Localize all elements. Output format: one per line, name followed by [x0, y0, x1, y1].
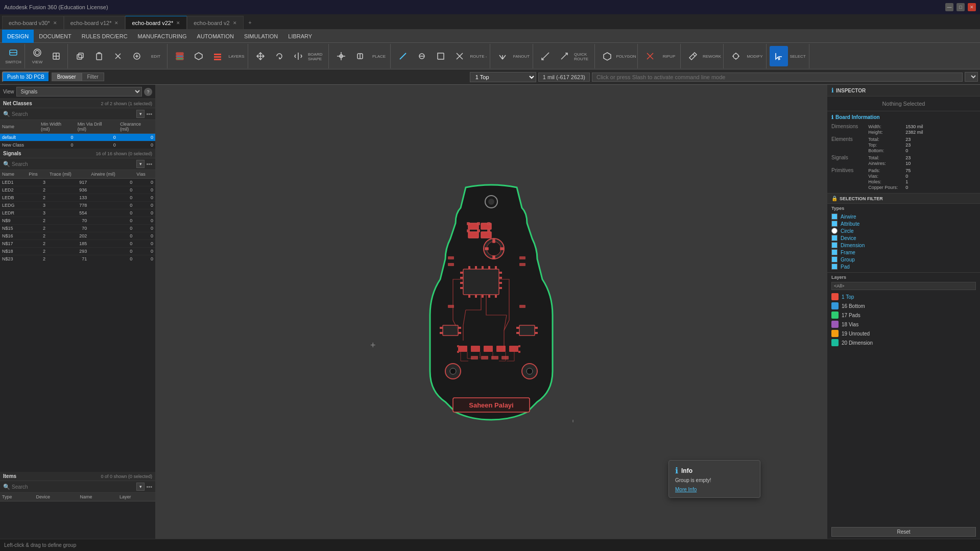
ripup-btn1[interactable]: [641, 46, 659, 66]
table-row[interactable]: LEDG 3 778 0 0: [0, 202, 155, 209]
tab-echo-v22[interactable]: echo-board v22* ✕: [125, 16, 187, 29]
signals-dropdown[interactable]: ▾: [136, 160, 145, 168]
table-row[interactable]: LED2 2 936 0 0: [0, 186, 155, 194]
type-item[interactable]: Device: [831, 234, 976, 242]
layers-btn3[interactable]: [208, 46, 227, 66]
net-classes-search-input[interactable]: [12, 111, 135, 117]
route-btn2[interactable]: [413, 46, 431, 66]
browser-tab[interactable]: Browser: [52, 73, 82, 81]
tab-close-icon[interactable]: ✕: [114, 20, 118, 26]
signals-more-button[interactable]: •••: [146, 161, 152, 167]
view-button[interactable]: VIEW: [28, 46, 46, 66]
select-btn1[interactable]: [770, 46, 788, 66]
menu-document[interactable]: DOCUMENT: [34, 30, 77, 43]
menu-rules[interactable]: RULES DRC/ERC: [77, 30, 133, 43]
svg-rect-59: [460, 277, 463, 279]
signals-search-input[interactable]: [12, 161, 135, 167]
command-line-input[interactable]: [592, 73, 963, 82]
tab-close-icon[interactable]: ✕: [53, 20, 57, 26]
filter-tab[interactable]: Filter: [82, 73, 104, 81]
layer-selector[interactable]: 1 Top 2 Bottom 16 Bottom 17 Pads: [470, 72, 536, 82]
type-checkbox: [831, 249, 838, 255]
quickroute-btn2[interactable]: [555, 46, 573, 66]
more-info-link[interactable]: More Info: [675, 487, 697, 492]
layers-btn1[interactable]: [171, 46, 189, 66]
table-row[interactable]: LEDB 2 133 0 0: [0, 194, 155, 202]
view-btn2[interactable]: [47, 46, 65, 66]
menu-automation[interactable]: AUTOMATION: [192, 30, 239, 43]
signals-table-scroll: Name Pins Trace (mil) Airwire (mil) Vias…: [0, 170, 155, 262]
items-search-input[interactable]: [12, 484, 135, 490]
table-row[interactable]: N$18 2 293 0 0: [0, 248, 155, 255]
rework-btn1[interactable]: [684, 46, 702, 66]
toolbar-layers-group: LAYERS: [169, 44, 248, 68]
place-btn2[interactable]: [351, 46, 369, 66]
type-item[interactable]: Frame: [831, 249, 976, 256]
command-dropdown[interactable]: [965, 72, 978, 82]
paste-button[interactable]: [90, 46, 108, 66]
table-row[interactable]: N$9 2 70 0 0: [0, 217, 155, 225]
table-row[interactable]: N$23 2 71 0 0: [0, 255, 155, 262]
switch-button[interactable]: SWITCH: [4, 46, 22, 66]
route-btn4[interactable]: [450, 46, 469, 66]
menu-design[interactable]: DESIGN: [2, 30, 34, 43]
layer-item[interactable]: 1 Top: [831, 292, 976, 301]
fanout-btn1[interactable]: [493, 46, 512, 66]
rotate-button[interactable]: [270, 46, 289, 66]
table-row[interactable]: N$15 2 70 0 0: [0, 225, 155, 232]
type-item[interactable]: Dimension: [831, 242, 976, 249]
type-item[interactable]: Attribute: [831, 220, 976, 227]
move-button[interactable]: [251, 46, 270, 66]
canvas-area[interactable]: Saheen Palayi: [156, 85, 827, 539]
layer-item[interactable]: 20 Dimension: [831, 338, 976, 347]
new-tab-button[interactable]: +: [244, 16, 257, 29]
menu-simulation[interactable]: SIMULATION: [239, 30, 283, 43]
menu-manufacturing[interactable]: MANUFACTURING: [133, 30, 192, 43]
reset-button[interactable]: Reset: [831, 527, 976, 537]
items-dropdown[interactable]: ▾: [136, 483, 145, 491]
modify-btn1[interactable]: [727, 46, 745, 66]
view-select[interactable]: Signals Components Nets: [16, 87, 142, 97]
layer-item[interactable]: 18 Vias: [831, 320, 976, 329]
svg-point-89: [527, 368, 533, 374]
maximize-button[interactable]: □: [957, 3, 965, 11]
type-item[interactable]: Circle: [831, 227, 976, 234]
route-btn1[interactable]: [394, 46, 412, 66]
mirror-button[interactable]: [289, 46, 307, 66]
tab-echo-v2[interactable]: echo-board v2 ✕: [187, 16, 243, 29]
table-row[interactable]: LED1 3 917 0 0: [0, 179, 155, 186]
layers-btn2[interactable]: [189, 46, 208, 66]
table-row[interactable]: default 0 0 0: [0, 134, 155, 141]
layer-item[interactable]: 19 Unrouted: [831, 329, 976, 338]
menu-library[interactable]: LIBRARY: [283, 30, 317, 43]
type-item[interactable]: Group: [831, 256, 976, 263]
view-help-button[interactable]: ?: [144, 88, 152, 96]
items-more-button[interactable]: •••: [146, 484, 152, 490]
tab-close-icon[interactable]: ✕: [233, 20, 237, 26]
tab-echo-v30[interactable]: echo-board v30* ✕: [2, 16, 64, 29]
place-btn1[interactable]: [332, 46, 350, 66]
type-item[interactable]: Airwire: [831, 213, 976, 220]
polygon-btn1[interactable]: [598, 46, 616, 66]
copy-button[interactable]: [71, 46, 89, 66]
minimize-button[interactable]: —: [945, 3, 953, 11]
type-item[interactable]: Pad: [831, 263, 976, 270]
svg-rect-7: [77, 55, 82, 59]
tab-close-icon[interactable]: ✕: [176, 20, 180, 26]
add-button[interactable]: [128, 46, 146, 66]
quickroute-btn1[interactable]: [536, 46, 555, 66]
close-button[interactable]: ✕: [968, 3, 976, 11]
layer-item[interactable]: 16 Bottom: [831, 301, 976, 310]
table-row[interactable]: LEDR 3 554 0 0: [0, 209, 155, 217]
table-row[interactable]: N$16 2 202 0 0: [0, 232, 155, 240]
net-classes-dropdown[interactable]: ▾: [136, 110, 145, 118]
layer-item[interactable]: 17 Pads: [831, 310, 976, 320]
route-btn3[interactable]: [432, 46, 450, 66]
net-classes-more-button[interactable]: •••: [146, 111, 152, 117]
tab-echo-v12[interactable]: echo-board v12* ✕: [64, 16, 126, 29]
table-row[interactable]: N$17 2 185 0 0: [0, 240, 155, 248]
push-3d-button[interactable]: Push to 3D PCB: [2, 71, 50, 82]
table-row[interactable]: New Class 0 0 0: [0, 141, 155, 149]
type-label: Pad: [841, 264, 850, 270]
delete-button[interactable]: [109, 46, 127, 66]
